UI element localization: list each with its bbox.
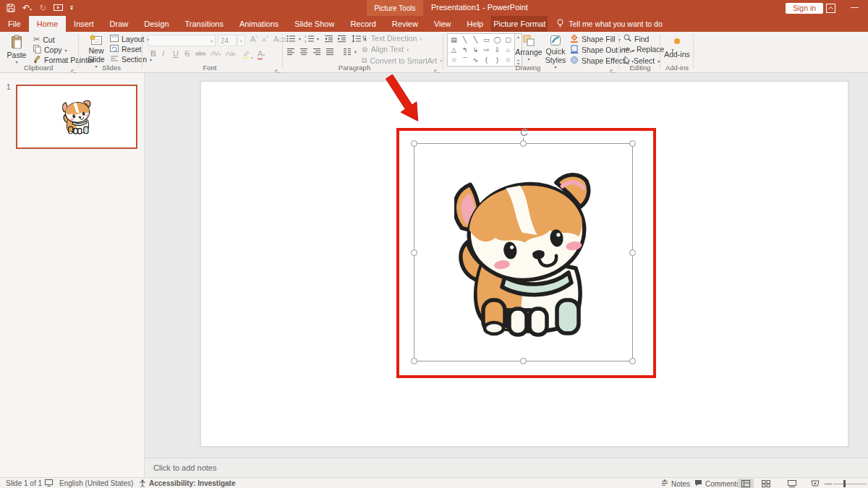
resize-handle-top-right[interactable]: [629, 140, 636, 147]
sign-in-button[interactable]: Sign in: [786, 3, 823, 14]
puppy-image[interactable]: [454, 171, 592, 338]
resize-handle-bottom-left[interactable]: [411, 358, 417, 364]
quick-styles-icon: [550, 35, 561, 48]
align-left-button[interactable]: [286, 48, 295, 56]
tab-insert[interactable]: Insert: [66, 16, 102, 32]
resize-handle-bottom-right[interactable]: [629, 358, 636, 364]
section-icon: [110, 55, 119, 64]
customize-qat-icon[interactable]: ▾: [70, 6, 73, 10]
align-text-icon: ⊜: [362, 45, 368, 53]
find-icon: [624, 34, 631, 43]
resize-handle-middle-left[interactable]: [411, 249, 417, 256]
accessibility-status[interactable]: Accessibility: Investigate: [149, 479, 236, 487]
display-settings-icon[interactable]: [45, 479, 53, 487]
align-center-button[interactable]: [299, 48, 308, 56]
addins-button[interactable]: Add-ins: [663, 35, 692, 59]
justify-button[interactable]: [326, 48, 334, 56]
bullets-button[interactable]: ▾: [286, 35, 301, 43]
shapes-gallery[interactable]: ▤╲╲▭◯▢ △↰↳⇨⇩⌂ ☆⌒∿()☆ ▴▾▾: [447, 33, 522, 67]
resize-handle-top-center[interactable]: [520, 140, 527, 147]
find-button[interactable]: Find: [624, 34, 649, 43]
lightbulb-icon: [556, 19, 564, 30]
ribbon-display-options-icon[interactable]: [826, 3, 835, 16]
paste-button[interactable]: Paste▾: [4, 35, 29, 64]
tab-file[interactable]: File: [0, 16, 29, 32]
slide-thumbnail[interactable]: [16, 85, 137, 149]
slide-counter[interactable]: Slide 1 of 1: [6, 479, 42, 487]
shape-oval-icon[interactable]: ◯: [493, 36, 501, 43]
zoom-slider-thumb[interactable]: [843, 480, 846, 487]
resize-handle-bottom-center[interactable]: [520, 358, 527, 364]
columns-button[interactable]: ▾: [343, 48, 357, 56]
cut-button[interactable]: ✂Cut: [33, 35, 55, 44]
shape-arrow-down-icon[interactable]: ⇩: [495, 46, 501, 53]
reading-view-button[interactable]: [784, 479, 800, 488]
notes-pane[interactable]: Click to add notes: [145, 458, 868, 477]
normal-view-button[interactable]: [738, 479, 754, 488]
shape-star2-icon[interactable]: ☆: [505, 56, 511, 64]
shape-home-icon[interactable]: ⌂: [506, 46, 510, 53]
slides-group-label: Slides: [81, 64, 142, 72]
shape-elbow2-icon[interactable]: ↳: [473, 46, 479, 53]
slide-sorter-view-button[interactable]: [758, 479, 774, 488]
copy-button[interactable]: Copy▾: [33, 45, 67, 55]
align-right-button[interactable]: [312, 48, 321, 56]
comments-toggle[interactable]: Comments: [694, 479, 740, 488]
decrease-indent-button[interactable]: [324, 35, 333, 43]
slide-thumbnails-panel: 1: [0, 73, 145, 477]
layout-button[interactable]: Layout▾: [110, 35, 150, 43]
language-indicator[interactable]: English (United States): [59, 479, 133, 487]
notes-toggle[interactable]: Notes: [661, 479, 690, 488]
powerpoint-window: ↶▾ ↻ ▾ Picture Tools Presentation1 - Pow…: [0, 0, 868, 488]
shape-elbow-icon[interactable]: ↰: [462, 46, 468, 53]
shape-star-icon[interactable]: ☆: [451, 56, 456, 64]
shape-line-icon[interactable]: ╲: [463, 36, 467, 43]
tab-design[interactable]: Design: [136, 16, 176, 32]
paragraph-group-label: Paragraph: [289, 64, 420, 72]
font-size-combobox: 24: [218, 35, 237, 46]
zoom-out-button[interactable]: —: [825, 479, 832, 487]
contextual-tools-header: Picture Tools: [367, 0, 423, 16]
shape-arrow-right-icon[interactable]: ⇨: [484, 46, 490, 53]
minimize-icon[interactable]: —: [851, 2, 859, 11]
tab-review[interactable]: Review: [384, 16, 426, 32]
rotation-handle-icon[interactable]: [518, 127, 529, 140]
increase-indent-button[interactable]: [337, 35, 346, 43]
tab-view[interactable]: View: [426, 16, 459, 32]
shape-left-brace-icon[interactable]: (: [485, 56, 488, 64]
shape-rounded-rect-icon[interactable]: ▢: [505, 36, 511, 43]
section-button[interactable]: Section▾: [110, 55, 152, 64]
shape-curve-icon[interactable]: ∿: [473, 56, 479, 64]
tab-slide-show[interactable]: Slide Show: [286, 16, 342, 32]
slide-number: 1: [7, 83, 11, 91]
shape-textbox-icon[interactable]: ▤: [451, 36, 457, 43]
shape-line2-icon[interactable]: ╲: [474, 36, 477, 43]
tab-picture-format[interactable]: Picture Format: [491, 16, 548, 32]
tab-help[interactable]: Help: [459, 16, 492, 32]
undo-icon[interactable]: ↶▾: [22, 4, 32, 12]
tab-record[interactable]: Record: [342, 16, 383, 32]
resize-handle-top-left[interactable]: [411, 140, 417, 147]
resize-handle-middle-right[interactable]: [629, 249, 636, 256]
tab-home[interactable]: Home: [29, 16, 66, 32]
arrange-button[interactable]: Arrange▾: [516, 35, 541, 61]
ribbon-tabs: File Home Insert Draw Design Transitions…: [0, 16, 868, 32]
tab-draw[interactable]: Draw: [102, 16, 137, 32]
tab-transitions[interactable]: Transitions: [177, 16, 231, 32]
tell-me-box[interactable]: Tell me what you want to do: [548, 16, 663, 32]
shape-rectangle-icon[interactable]: ▭: [483, 36, 490, 43]
tab-animations[interactable]: Animations: [231, 16, 286, 32]
shape-right-brace-icon[interactable]: ): [496, 56, 498, 64]
text-shadow-abc-button: abc: [195, 50, 206, 57]
highlight-color-icon: ▾: [242, 49, 253, 62]
slideshow-view-button[interactable]: [807, 479, 823, 488]
shape-fill-button[interactable]: Shape Fill▾: [570, 34, 621, 44]
numbering-button[interactable]: 12▾: [305, 35, 319, 43]
start-slideshow-icon[interactable]: [54, 4, 63, 12]
save-icon[interactable]: [7, 4, 15, 12]
reset-button[interactable]: Reset: [110, 45, 141, 53]
change-case-button: Aa▾: [226, 50, 236, 57]
shape-triangle-icon[interactable]: △: [451, 46, 456, 53]
reset-icon: [110, 45, 119, 53]
zoom-slider-track[interactable]: [833, 484, 867, 484]
